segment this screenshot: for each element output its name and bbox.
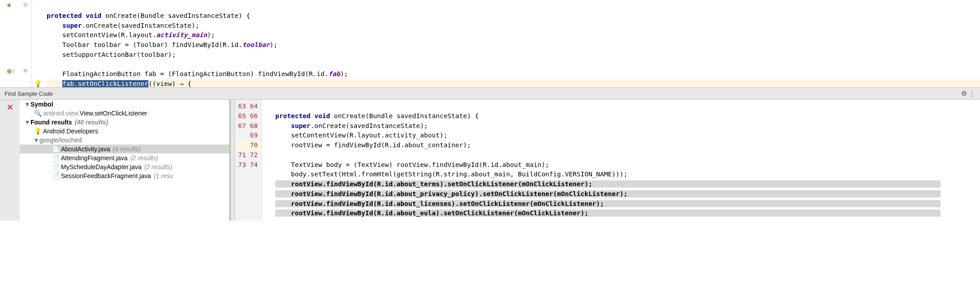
sample-code-area[interactable]: protected void onCreate(Bundle savedInst… bbox=[262, 100, 980, 221]
editor-code-area[interactable]: 💡protected void onCreate(Bundle savedIns… bbox=[31, 0, 980, 87]
editor-main[interactable]: ◉ ⊟ ⊕↑ ⊞ 💡protected void onCreate(Bundle… bbox=[0, 0, 980, 87]
line-number-gutter: 63 64 65 66 67 68 69 7071 72 73 74 bbox=[235, 100, 262, 221]
tree-node-anddev[interactable]: 💡 Android Developers bbox=[20, 127, 229, 136]
tree-file-item[interactable]: 📄 SessionFeedbackFragment.java (1 resu bbox=[20, 171, 229, 180]
symbol-path-prefix: android.view. bbox=[43, 110, 80, 117]
java-file-icon: 📄 bbox=[51, 145, 60, 153]
file-name: AboutActivity.java bbox=[61, 145, 110, 153]
line-number: 70 bbox=[235, 141, 261, 150]
result-count: (40 results) bbox=[75, 119, 108, 126]
code-token: super bbox=[291, 122, 311, 129]
results-tree[interactable]: ▼ Symbol 🔍 android.view.View.setOnClickL… bbox=[20, 100, 230, 221]
code-token: ); bbox=[207, 31, 215, 38]
line-number: 65 bbox=[238, 112, 246, 120]
tree-node-symbol[interactable]: ▼ Symbol bbox=[20, 100, 229, 109]
editor-gutter: ◉ ⊟ ⊕↑ ⊞ bbox=[0, 0, 31, 87]
code-token: ); bbox=[270, 41, 278, 48]
code-token: onCreate(Bundle savedInstanceState) { bbox=[101, 12, 250, 19]
chevron-down-icon[interactable]: ▼ bbox=[24, 101, 30, 108]
override-icon[interactable]: ◉ bbox=[7, 2, 11, 8]
search-icon: 🔍 bbox=[33, 110, 42, 117]
code-token: protected bbox=[275, 112, 311, 120]
code-token: setSupportActionBar(toolbar); bbox=[62, 51, 176, 58]
result-count: (2 results) bbox=[130, 154, 158, 162]
tree-label: google/iosched bbox=[39, 137, 82, 144]
close-icon[interactable]: ✕ bbox=[7, 103, 13, 112]
fold-collapse-icon[interactable]: ⊟ bbox=[23, 2, 27, 8]
java-file-icon: 📄 bbox=[51, 154, 60, 162]
code-token: setContentView(R.layout. bbox=[62, 31, 156, 38]
code-token: rootView.findViewById(R.id.about_terms).… bbox=[291, 180, 592, 188]
line-number: 68 bbox=[250, 122, 258, 129]
line-number: 66 bbox=[250, 112, 258, 120]
code-match: rootView.findViewById(R.id.about_terms).… bbox=[275, 180, 941, 217]
line-number: 64 bbox=[250, 103, 258, 110]
code-token: TextView body = (TextView) rootView.find… bbox=[291, 161, 549, 168]
tree-label: Found results bbox=[30, 119, 72, 126]
java-file-icon: 📄 bbox=[51, 163, 60, 171]
symbol-path-main: View.setOnClickListener bbox=[80, 110, 147, 117]
tree-node-symbol-path[interactable]: 🔍 android.view.View.setOnClickListener bbox=[20, 109, 229, 118]
line-number: 69 bbox=[250, 132, 258, 139]
code-token: rootView.findViewById(R.id.about_privacy… bbox=[291, 190, 628, 197]
code-token: rootView.findViewById(R.id.about_license… bbox=[291, 200, 604, 207]
sample-code-viewer[interactable]: 63 64 65 66 67 68 69 7071 72 73 74 prote… bbox=[235, 100, 980, 221]
code-token: FloatingActionButton fab = (FloatingActi… bbox=[62, 70, 329, 77]
line-number: 67 bbox=[238, 122, 246, 129]
file-name: SessionFeedbackFragment.java bbox=[61, 172, 151, 179]
panel-title: Find Sample Code bbox=[4, 90, 53, 97]
code-token: fab bbox=[329, 70, 340, 77]
code-token: void bbox=[314, 112, 330, 120]
code-token: rootView = findViewById(R.id.about_conta… bbox=[291, 141, 471, 149]
line-number: 71 bbox=[238, 151, 246, 158]
tree-file-item[interactable]: 📄 MyScheduleDayAdapter.java (2 results) bbox=[20, 162, 229, 171]
result-count: (4 results) bbox=[113, 145, 140, 153]
tree-label: Android Developers bbox=[43, 128, 98, 135]
intention-bulb-icon[interactable]: 💡 bbox=[34, 80, 42, 87]
code-token: protected bbox=[47, 12, 82, 19]
chevron-down-icon[interactable]: ▼ bbox=[33, 137, 39, 144]
code-token: ); bbox=[340, 70, 348, 77]
code-token: Toolbar toolbar = (Toolbar) findViewById… bbox=[62, 41, 243, 48]
vertical-splitter[interactable] bbox=[230, 100, 235, 221]
gear-icon[interactable]: ⚙ ⋮ bbox=[961, 90, 976, 98]
line-number: 73 bbox=[238, 161, 246, 168]
fold-expand-icon[interactable]: ⊞ bbox=[23, 68, 27, 73]
tree-file-item[interactable]: 📄 AboutActivity.java (4 results) bbox=[20, 145, 229, 154]
tree-file-item[interactable]: 📄 AttendingFragment.java (2 results) bbox=[20, 154, 229, 162]
code-token: void bbox=[86, 12, 101, 19]
code-token: rootView.findViewById(R.id.about_eula).s… bbox=[291, 209, 588, 217]
tree-label: Symbol bbox=[30, 101, 53, 108]
find-sample-panel-header: Find Sample Code ⚙ ⋮ bbox=[0, 87, 980, 100]
find-sample-panel-body: ✕ ▼ Symbol 🔍 android.view.View.setOnClic… bbox=[0, 100, 980, 221]
result-count: (2 results) bbox=[144, 163, 172, 171]
line-number: 74 bbox=[250, 161, 258, 168]
code-token: toolbar bbox=[243, 41, 270, 48]
java-file-icon: 📄 bbox=[51, 172, 60, 179]
file-name: AttendingFragment.java bbox=[61, 154, 128, 162]
result-count: (1 resu bbox=[154, 172, 173, 179]
code-token: ((view) → { bbox=[148, 80, 191, 87]
tree-node-found[interactable]: ▼ Found results (40 results) bbox=[20, 118, 229, 127]
code-token: body.setText(Html.fromHtml(getString(R.s… bbox=[291, 171, 628, 178]
code-token: setContentView(R.layout.activity_about); bbox=[291, 132, 447, 139]
file-name: MyScheduleDayAdapter.java bbox=[61, 163, 142, 171]
bulb-icon: 💡 bbox=[33, 128, 42, 135]
selection: fab.setOnClickListener bbox=[62, 80, 148, 87]
line-number: 63 bbox=[238, 103, 246, 110]
chevron-down-icon[interactable]: ▼ bbox=[24, 119, 30, 126]
tree-node-iosched[interactable]: ▼ google/iosched bbox=[20, 136, 229, 145]
code-token: activity_main bbox=[156, 31, 207, 38]
code-token: .onCreate(savedInstanceState); bbox=[82, 22, 199, 29]
panel-side-toolbar: ✕ bbox=[0, 100, 20, 221]
code-token: onCreate(Bundle savedInstanceState) { bbox=[330, 112, 479, 120]
vcs-add-icon[interactable]: ⊕↑ bbox=[7, 68, 15, 75]
line-number: 72 bbox=[250, 151, 258, 158]
code-token: super bbox=[62, 22, 82, 29]
code-token: .onCreate(savedInstanceState); bbox=[311, 122, 428, 129]
